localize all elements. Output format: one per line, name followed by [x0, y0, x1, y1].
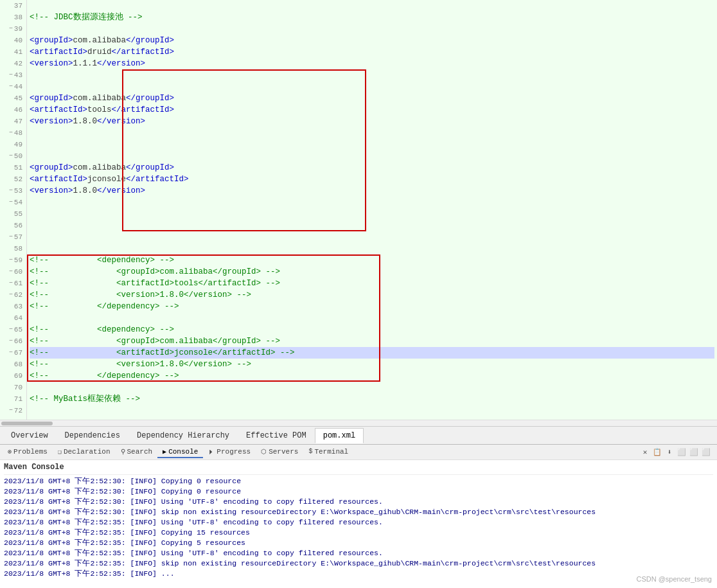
code-line[interactable]: <!-- <groupId>com.alibaba</groupId> --> — [30, 335, 714, 347]
console-tab-declaration[interactable]: ❏Declaration — [53, 447, 116, 458]
console-tab-icon-problems: ⊗ — [8, 448, 12, 456]
line-number: 58 — [3, 243, 22, 254]
fold-icon[interactable]: − — [6, 150, 13, 162]
code-line[interactable]: <!-- <artifactId>tools</artifactId> --> — [30, 278, 714, 289]
line-number: 63 — [3, 301, 22, 312]
code-line[interactable]: <!-- <groupId>com.alibaba</groupId> --> — [30, 266, 714, 278]
console-tab-icon-search: ⚲ — [121, 448, 125, 456]
line-number: 56 — [3, 220, 22, 231]
fold-icon[interactable]: − — [6, 127, 13, 139]
code-line[interactable] — [30, 197, 714, 208]
line-number: −66 — [3, 335, 22, 347]
code-line[interactable]: <!-- <dependency> --> — [30, 324, 714, 335]
editor-tab-overview[interactable]: Overview — [3, 428, 57, 443]
fold-icon[interactable]: − — [6, 197, 13, 208]
fold-icon[interactable]: − — [6, 231, 13, 243]
console-tab-label-problems: Problems — [13, 448, 48, 456]
line-number: −60 — [3, 266, 22, 278]
line-number: 69 — [3, 370, 22, 382]
maven-console[interactable]: Maven Console 2023/11/8 GMT+8 下午2:52:30:… — [0, 459, 717, 588]
console-toolbar-btn-5[interactable]: ⬜ — [700, 447, 712, 458]
fold-icon[interactable]: − — [6, 405, 13, 416]
fold-icon[interactable]: − — [6, 185, 13, 197]
scrollbar-thumb[interactable] — [1, 422, 53, 425]
console-tab-label-console: Console — [168, 448, 198, 456]
code-line[interactable]: <!-- <version>1.8.0</version> --> — [30, 359, 714, 370]
code-line[interactable] — [30, 23, 714, 35]
code-line[interactable]: <!-- JDBC数据源连接池 --> — [30, 12, 714, 23]
code-line[interactable] — [30, 312, 714, 324]
console-tab-icon-progress: ⏵ — [208, 448, 215, 456]
console-tab-search[interactable]: ⚲Search — [116, 447, 158, 458]
fold-icon[interactable]: − — [6, 347, 13, 359]
fold-icon[interactable]: − — [6, 289, 13, 301]
code-line[interactable] — [30, 150, 714, 162]
console-toolbar-btn-4[interactable]: ⬜ — [688, 447, 700, 458]
code-line[interactable]: <groupId>com.alibaba</groupId> — [30, 35, 714, 46]
code-line[interactable]: <!-- <dependency> --> — [30, 254, 714, 266]
console-tab-servers[interactable]: ⬡Servers — [256, 447, 303, 458]
fold-icon[interactable]: − — [6, 278, 13, 289]
code-line[interactable]: <!-- <version>1.8.0</version> --> — [30, 289, 714, 301]
fold-icon[interactable]: − — [6, 69, 13, 81]
console-tab-icon-terminal: $ — [308, 448, 312, 455]
line-number: 70 — [3, 382, 22, 393]
line-number: −57 — [3, 231, 22, 243]
editor-tab-pom.xml[interactable]: pom.xml — [315, 428, 364, 443]
code-line[interactable]: <!-- MyBatis框架依赖 --> — [30, 393, 714, 405]
fold-icon[interactable]: − — [6, 81, 13, 93]
code-line[interactable]: <!-- <artifactId>jconsole</artifactId> -… — [30, 347, 714, 359]
code-line[interactable] — [30, 127, 714, 139]
console-log-entry: 2023/11/8 GMT+8 下午2:52:30: [INFO] Copyin… — [4, 476, 713, 486]
fold-icon[interactable]: − — [6, 335, 13, 347]
code-line[interactable] — [30, 231, 714, 243]
fold-icon[interactable]: − — [6, 266, 13, 278]
code-line[interactable]: <artifactId>jconsole</artifactId> — [30, 174, 714, 185]
console-toolbar-btn-2[interactable]: ⬇ — [664, 447, 675, 458]
horizontal-scrollbar[interactable] — [0, 420, 717, 426]
line-number: −44 — [3, 81, 22, 93]
line-number: 37 — [3, 0, 22, 12]
code-line[interactable] — [30, 382, 714, 393]
code-line[interactable] — [30, 405, 714, 416]
code-line[interactable] — [30, 81, 714, 93]
fold-icon[interactable]: − — [6, 324, 13, 335]
code-line[interactable] — [30, 220, 714, 231]
code-line[interactable] — [30, 0, 714, 12]
console-tab-label-declaration: Declaration — [64, 448, 111, 456]
code-line[interactable]: <version>1.8.0</version> — [30, 116, 714, 127]
editor-tab-dependency-hierarchy[interactable]: Dependency Hierarchy — [128, 428, 238, 443]
console-toolbar-btn-1[interactable]: 📋 — [651, 447, 663, 458]
code-line[interactable]: <artifactId>tools</artifactId> — [30, 104, 714, 116]
code-line[interactable] — [30, 69, 714, 81]
line-number: 52 — [3, 174, 22, 185]
console-log-entry: 2023/11/8 GMT+8 下午2:52:35: [INFO] Using … — [4, 548, 713, 558]
code-line[interactable]: <!-- </dependency> --> — [30, 370, 714, 382]
code-line[interactable]: <!-- </dependency> --> — [30, 301, 714, 312]
line-number: −72 — [3, 405, 22, 416]
code-line[interactable]: <artifactId>druid</artifactId> — [30, 46, 714, 58]
code-line[interactable]: <version>1.1.1</version> — [30, 58, 714, 69]
code-line[interactable]: <groupId>com.alibaba</groupId> — [30, 162, 714, 174]
console-tab-progress[interactable]: ⏵Progress — [203, 447, 256, 458]
fold-icon[interactable]: − — [6, 254, 13, 266]
code-line[interactable]: <version>1.8.0</version> — [30, 185, 714, 197]
editor-tab-dependencies[interactable]: Dependencies — [57, 428, 128, 443]
console-log-entry: 2023/11/8 GMT+8 下午2:52:30: [INFO] skip n… — [4, 507, 713, 517]
fold-icon[interactable]: − — [6, 23, 13, 35]
line-number: −61 — [3, 278, 22, 289]
code-line[interactable] — [30, 208, 714, 220]
editor-tab-effective-pom[interactable]: Effective POM — [238, 428, 315, 443]
code-container[interactable]: 3738−39404142−43−44454647−4849−505152−53… — [0, 0, 717, 420]
code-lines[interactable]: <!-- JDBC数据源连接池 --> <groupId>com.alibaba… — [27, 0, 717, 420]
editor-tabs: OverviewDependenciesDependency Hierarchy… — [0, 426, 717, 444]
code-line[interactable] — [30, 139, 714, 150]
code-line[interactable] — [30, 243, 714, 254]
console-toolbar-btn-3[interactable]: ⬜ — [676, 447, 687, 458]
console-tab-console[interactable]: ▶Console — [157, 447, 203, 458]
console-tab-terminal[interactable]: $Terminal — [303, 447, 353, 458]
console-toolbar-btn-0[interactable]: ✕ — [639, 447, 651, 458]
line-number: −53 — [3, 185, 22, 197]
code-line[interactable]: <groupId>com.alibaba</groupId> — [30, 93, 714, 104]
console-tab-problems[interactable]: ⊗Problems — [3, 447, 53, 458]
